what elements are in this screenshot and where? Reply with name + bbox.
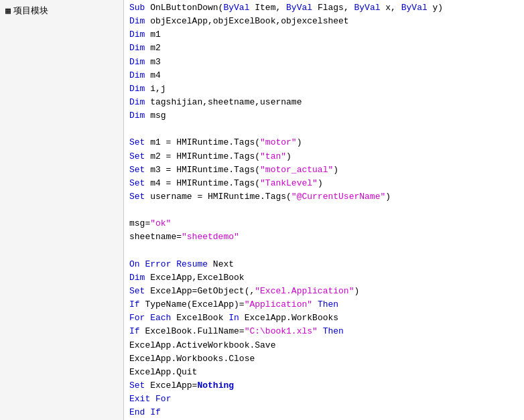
sidebar: ▦ 项目模块 <box>0 0 124 420</box>
code-editor[interactable]: Sub OnLButtonDown(ByVal Item, ByVal Flag… <box>124 0 524 420</box>
code-line: Dim ExcelApp,ExcelBook <box>124 271 524 285</box>
code-line: Dim m3 <box>124 56 524 69</box>
sidebar-title: 项目模块 <box>13 5 48 17</box>
code-line: On Error Resume Next <box>124 258 524 271</box>
code-line: Dim i,j <box>124 82 524 96</box>
module-icon: ▦ <box>5 5 11 16</box>
code-line <box>124 244 524 258</box>
code-line <box>124 204 524 217</box>
code-line: For Each ExcelBook In ExcelApp.WorkBooks <box>124 311 524 325</box>
code-line: Dim m2 <box>124 42 524 55</box>
code-line: ExcelApp.Workbooks.Close <box>124 352 524 366</box>
code-line: msg="ok" <box>124 217 524 230</box>
code-line: sheetname="sheetdemo" <box>124 230 524 244</box>
code-line: If TypeName(ExcelApp)="Application" Then <box>124 298 524 311</box>
code-line: Set m4 = HMIRuntime.Tags("TankLevel") <box>124 177 524 190</box>
code-line: Dim m4 <box>124 69 524 82</box>
code-line: Set username = HMIRuntime.Tags("@Current… <box>124 190 524 204</box>
code-line: Set ExcelApp=GetObject(,"Excel.Applicati… <box>124 285 524 298</box>
code-line: Set m2 = HMIRuntime.Tags("tan") <box>124 150 524 163</box>
code-line: Set m3 = HMIRuntime.Tags("motor_actual") <box>124 163 524 177</box>
code-line: Exit For <box>124 393 524 406</box>
code-line: End If <box>124 406 524 419</box>
code-line: Dim tagshijian,sheetname,username <box>124 96 524 109</box>
code-line: Set m1 = HMIRuntime.Tags("motor") <box>124 136 524 149</box>
code-line: Dim msg <box>124 109 524 123</box>
code-lines: Sub OnLButtonDown(ByVal Item, ByVal Flag… <box>124 1 524 420</box>
code-line <box>124 123 524 136</box>
code-line: Set ExcelApp=Nothing <box>124 379 524 393</box>
code-line: ExcelApp.Quit <box>124 366 524 379</box>
code-line: Sub OnLButtonDown(ByVal Item, ByVal Flag… <box>124 1 524 15</box>
sidebar-item-modules[interactable]: ▦ 项目模块 <box>0 3 123 19</box>
code-line: If ExcelBook.FullName="C:\book1.xls" The… <box>124 325 524 338</box>
code-line: ExcelApp.ActiveWorkbook.Save <box>124 339 524 352</box>
code-line: Dim m1 <box>124 28 524 42</box>
code-line: Dim objExcelApp,objExcelBook,objexcelshe… <box>124 15 524 28</box>
